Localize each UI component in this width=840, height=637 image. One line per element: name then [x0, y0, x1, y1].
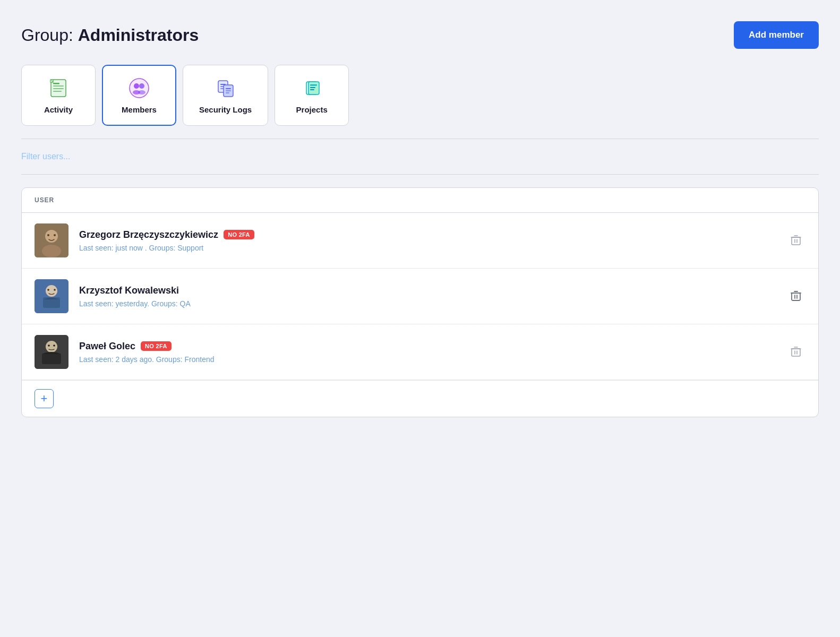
member-info: Krzysztof Kowalewski Last seen: yesterda… — [79, 285, 786, 308]
svg-point-28 — [54, 234, 56, 236]
table-row: Paweł Golec NO 2FA Last seen: 2 days ago… — [22, 324, 818, 380]
member-meta: Last seen: yesterday. Groups: QA — [79, 299, 786, 308]
svg-point-47 — [48, 345, 50, 347]
no2fa-badge: NO 2FA — [141, 341, 172, 351]
svg-point-45 — [46, 341, 57, 352]
add-member-button[interactable]: Add member — [734, 21, 819, 49]
member-info: Grzegorz Brzęczyszczykiewicz NO 2FA Last… — [79, 229, 786, 252]
svg-point-26 — [42, 245, 61, 257]
svg-point-27 — [47, 234, 49, 236]
svg-point-48 — [53, 345, 55, 347]
member-name-row: Grzegorz Brzęczyszczykiewicz NO 2FA — [79, 229, 786, 240]
svg-rect-46 — [42, 354, 61, 364]
no2fa-badge: NO 2FA — [224, 230, 254, 239]
divider-2 — [21, 174, 819, 175]
trash-icon — [791, 235, 801, 246]
divider-1 — [21, 139, 819, 139]
tab-activity[interactable]: Activity — [21, 65, 96, 126]
add-member-row: + — [22, 380, 818, 417]
trash-icon — [791, 346, 801, 358]
tabs-section: Activity Members — [21, 65, 819, 126]
svg-rect-3 — [53, 88, 64, 89]
members-table: USER Grzegorz Brzęczyszczykiewicz NO 2FA… — [21, 187, 819, 417]
svg-rect-22 — [310, 87, 315, 88]
svg-rect-39 — [792, 293, 800, 300]
member-meta: Last seen: just now . Groups: Support — [79, 244, 786, 252]
tab-security-label: Security Logs — [199, 105, 252, 114]
table-row: Grzegorz Brzęczyszczykiewicz NO 2FA Last… — [22, 213, 818, 269]
page-header: Group: Administrators Add member — [21, 21, 819, 49]
svg-rect-4 — [53, 91, 62, 92]
tab-members[interactable]: Members — [102, 65, 176, 126]
title-prefix: Group: — [21, 25, 78, 45]
security-icon — [214, 76, 237, 100]
table-row: Krzysztof Kowalewski Last seen: yesterda… — [22, 269, 818, 324]
member-name: Paweł Golec — [79, 341, 135, 352]
tab-members-label: Members — [122, 105, 157, 114]
tabs-container: Activity Members — [21, 65, 819, 126]
member-info: Paweł Golec NO 2FA Last seen: 2 days ago… — [79, 341, 786, 364]
filter-users-input[interactable] — [21, 152, 127, 161]
svg-rect-23 — [310, 89, 314, 90]
delete-member-button[interactable] — [786, 342, 805, 362]
svg-point-37 — [47, 289, 49, 291]
tab-projects-label: Projects — [296, 105, 328, 114]
member-name: Krzysztof Kowalewski — [79, 285, 179, 296]
avatar — [35, 335, 68, 369]
svg-point-35 — [46, 285, 57, 297]
svg-rect-1 — [53, 83, 59, 84]
tab-projects[interactable]: Projects — [275, 65, 349, 126]
svg-rect-17 — [226, 90, 231, 91]
activity-icon — [47, 76, 70, 100]
avatar — [35, 223, 68, 257]
projects-icon — [300, 76, 323, 100]
svg-rect-18 — [226, 92, 229, 93]
table-header: USER — [22, 188, 818, 213]
member-name-row: Krzysztof Kowalewski — [79, 285, 786, 296]
delete-member-button[interactable] — [786, 286, 805, 306]
page-title: Group: Administrators — [21, 25, 199, 45]
svg-point-38 — [54, 289, 56, 291]
svg-rect-29 — [792, 237, 800, 245]
member-name: Grzegorz Brzęczyszczykiewicz — [79, 229, 218, 240]
title-bold: Administrators — [78, 25, 199, 45]
tab-activity-label: Activity — [44, 105, 73, 114]
add-row-button[interactable]: + — [35, 389, 54, 408]
filter-section — [21, 152, 819, 161]
delete-member-button[interactable] — [786, 230, 805, 251]
member-name-row: Paweł Golec NO 2FA — [79, 341, 786, 352]
svg-point-8 — [139, 83, 144, 89]
member-meta: Last seen: 2 days ago. Groups: Frontend — [79, 355, 786, 364]
svg-rect-2 — [53, 85, 64, 87]
trash-icon — [791, 290, 801, 302]
avatar — [35, 279, 68, 313]
svg-point-7 — [134, 83, 139, 89]
column-header-user: USER — [35, 196, 54, 204]
svg-rect-49 — [792, 349, 800, 356]
members-icon — [127, 76, 151, 100]
svg-rect-16 — [226, 88, 231, 89]
tab-security-logs[interactable]: Security Logs — [183, 65, 268, 126]
svg-point-10 — [138, 90, 145, 94]
svg-rect-21 — [310, 84, 317, 86]
svg-point-6 — [130, 79, 149, 98]
